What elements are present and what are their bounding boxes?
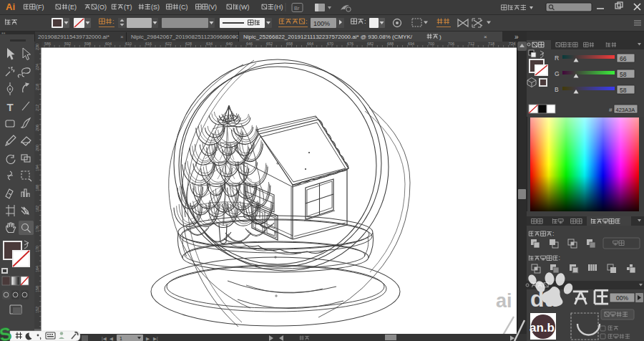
svg-text:724: 724 [509,42,515,46]
svg-text:664: 664 [307,42,313,46]
svg-text:◀: ◀ [109,336,113,341]
svg-text:194: 194 [35,165,39,171]
svg-text:188: 188 [35,185,39,191]
svg-text:(T): (T) [124,4,132,11]
svg-text:×: × [233,34,236,40]
svg-text:▶: ▶ [146,336,150,341]
svg-text:586: 586 [44,42,51,46]
svg-text:712: 712 [468,42,474,46]
svg-text:»: » [514,33,519,41]
svg-text:610: 610 [125,42,132,46]
svg-text:Ai: Ai [6,1,15,12]
svg-text:(V): (V) [208,4,217,11]
svg-text:(O): (O) [97,4,107,11]
svg-text:218: 218 [35,84,39,90]
svg-text:206: 206 [35,125,39,131]
svg-text:1: 1 [119,336,122,341]
svg-text:100%: 100% [313,20,330,27]
svg-text:652: 652 [266,42,273,46]
svg-text:592: 592 [64,42,71,46]
svg-text::: : [552,230,554,237]
svg-text:423A3A: 423A3A [616,107,635,113]
svg-text:598: 598 [84,42,91,46]
svg-text:676: 676 [347,42,353,46]
svg-text:616: 616 [145,42,152,46]
svg-text:212: 212 [35,105,39,111]
svg-text:700: 700 [428,42,434,46]
svg-text:170: 170 [35,246,39,252]
svg-text:718: 718 [488,42,494,46]
svg-text:Nipic_25266822_201912111322375: Nipic_25266822_20191211132237572000.ai* … [243,34,413,40]
svg-text:R: R [555,54,559,62]
svg-text:658: 658 [286,42,293,46]
svg-text:694: 694 [408,42,414,46]
svg-text:604: 604 [105,42,112,46]
svg-text:688: 688 [387,42,394,46]
svg-text:58: 58 [620,87,627,94]
svg-text:): ) [439,34,441,40]
svg-text:66: 66 [620,55,627,62]
svg-text:Br: Br [294,5,300,11]
svg-text:622: 622 [165,42,172,46]
svg-text:634: 634 [206,42,213,46]
svg-text:00%: 00% [616,294,628,302]
svg-text:640: 640 [226,42,233,46]
svg-text:(H): (H) [274,4,283,11]
svg-text:▶|: ▶| [153,336,158,341]
svg-text:T: T [6,101,13,113]
svg-text:182: 182 [35,206,39,212]
svg-text:×: × [120,34,124,40]
svg-text:B: B [555,86,559,93]
svg-text:670: 670 [327,42,333,46]
svg-text:(C): (C) [179,4,188,11]
svg-text:682: 682 [367,42,374,46]
svg-text::: : [364,17,366,25]
svg-text:164: 164 [35,266,39,272]
svg-text:Nipic_29842067_201908251123096: Nipic_29842067_20190825112309686000.ai* [131,34,247,40]
svg-text:(F): (F) [36,4,44,11]
svg-text:158: 158 [35,286,39,292]
svg-text:#: # [609,107,613,113]
svg-text:152: 152 [35,307,39,313]
svg-text:(S): (S) [151,4,160,11]
svg-text:230: 230 [35,44,39,50]
svg-text:706: 706 [448,42,454,46]
svg-text::: : [306,17,308,25]
svg-text:224: 224 [35,64,39,70]
svg-text:628: 628 [185,42,192,46]
svg-text:ai: ai [496,290,512,312]
svg-text:176: 176 [35,226,39,232]
svg-text:58: 58 [620,71,627,78]
svg-text:|◀: |◀ [102,336,107,341]
svg-text::: : [112,17,114,25]
svg-text:20190829115439732000.ai*: 20190829115439732000.ai* [38,34,109,40]
svg-text:646: 646 [246,42,253,46]
svg-text:(E): (E) [68,4,77,11]
svg-text:(W): (W) [239,4,250,11]
svg-text:du: du [530,286,558,312]
svg-text:an.b: an.b [530,321,555,335]
svg-text:G: G [555,70,560,77]
svg-text::: : [559,254,560,261]
svg-text:200: 200 [35,145,39,151]
svg-text:×: × [484,34,487,40]
